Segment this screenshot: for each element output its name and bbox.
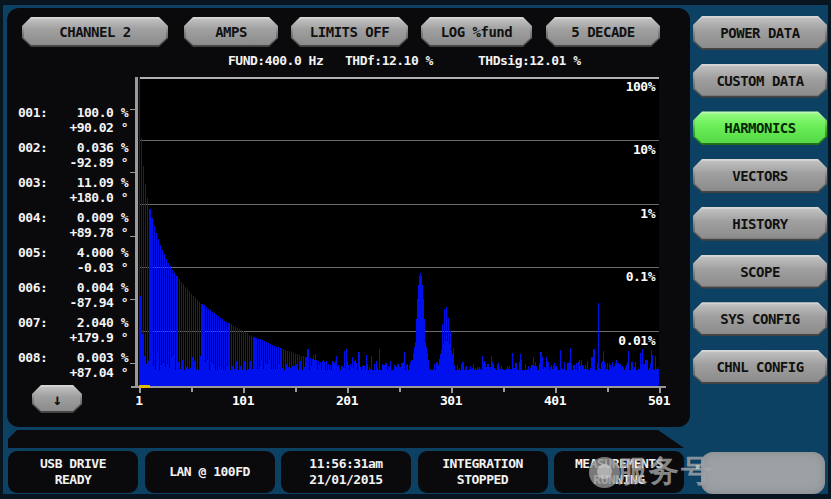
- status-box-11-56-31am: 11:56:31am21/01/2015: [281, 451, 411, 493]
- menu-button-scope[interactable]: SCOPE: [693, 255, 827, 289]
- menu-button-sys-config[interactable]: SYS CONFIG: [693, 302, 827, 336]
- x-axis-label: 201: [325, 393, 369, 408]
- menu-button-history[interactable]: HISTORY: [693, 207, 827, 241]
- toolbar-button-amps[interactable]: AMPS: [184, 17, 278, 47]
- x-minor-tick: [503, 388, 505, 392]
- menu-button-custom-data[interactable]: CUSTOM DATA: [693, 64, 827, 98]
- harmonic-entry-005: 005:4.000 %-0.03 °: [18, 245, 128, 275]
- harmonic-number: 008:: [18, 350, 47, 365]
- status-line: 11:56:31am: [309, 456, 382, 472]
- harmonic-magnitude: 100.0 %: [77, 105, 128, 120]
- menu-button-label: VECTORS: [695, 161, 825, 191]
- harmonic-magnitude: 0.009 %: [77, 210, 128, 225]
- harmonic-entry-008: 008:0.003 %+87.04 °: [18, 350, 128, 380]
- harmonic-entry-001: 001:100.0 %+90.02 °: [18, 105, 128, 135]
- watermark-logo-icon: [589, 457, 620, 488]
- x-minor-tick: [607, 388, 609, 392]
- menu-button-chnl-config[interactable]: CHNL CONFIG: [693, 350, 827, 384]
- status-line: 21/01/2015: [309, 472, 382, 488]
- harmonic-number: 003:: [18, 175, 47, 190]
- x-minor-tick: [191, 388, 193, 392]
- y-minor-tick: [130, 299, 135, 300]
- harmonic-magnitude: 0.003 %: [77, 350, 128, 365]
- y-axis-label: 1%: [139, 206, 655, 221]
- harmonic-number: 002:: [18, 140, 47, 155]
- harmonic-spectrum-chart: 100%10%1%0.1%0.01%: [139, 77, 659, 386]
- arrow-down-icon: ↓: [34, 387, 80, 411]
- y-axis-label: 10%: [139, 142, 655, 157]
- menu-button-power-data[interactable]: POWER DATA: [693, 16, 827, 50]
- harmonic-number: 007:: [18, 315, 47, 330]
- y-minor-tick: [130, 236, 135, 237]
- thdsig-readout: THDsig:12.01 %: [478, 53, 581, 68]
- harmonics-main-panel: CHANNEL 2AMPSLIMITS OFFLOG %fund5 DECADE…: [7, 8, 690, 427]
- toolbar-button-label: CHANNEL 2: [24, 19, 166, 45]
- toolbar-button-5-decade[interactable]: 5 DECADE: [546, 17, 660, 47]
- y-axis-label: 100%: [139, 79, 655, 94]
- status-box-integration: INTEGRATIONSTOPPED: [418, 451, 548, 493]
- watermark-block: [701, 452, 825, 494]
- x-axis-label: 401: [533, 393, 577, 408]
- status-line: INTEGRATION: [442, 456, 523, 472]
- harmonic-magnitude: 2.040 %: [77, 315, 128, 330]
- harmonic-entry-006: 006:0.004 %-87.94 °: [18, 280, 128, 310]
- harmonic-magnitude: 4.000 %: [77, 245, 128, 260]
- menu-button-vectors[interactable]: VECTORS: [693, 159, 827, 193]
- harmonic-number: 005:: [18, 245, 47, 260]
- x-minor-tick: [295, 388, 297, 392]
- status-line: LAN @ 100FD: [169, 464, 250, 480]
- toolbar-button-label: AMPS: [186, 19, 276, 45]
- harmonic-entry-004: 004:0.009 %+89.78 °: [18, 210, 128, 240]
- x-axis-label: 301: [429, 393, 473, 408]
- harmonic-magnitude: 0.004 %: [77, 280, 128, 295]
- status-box-lan-100fd: LAN @ 100FD: [145, 451, 275, 493]
- toolbar-button-label: LIMITS OFF: [293, 19, 406, 45]
- thdf-readout: THDf:12.10 %: [345, 53, 433, 68]
- menu-button-harmonics[interactable]: HARMONICS: [693, 111, 827, 145]
- harmonic-number: 004:: [18, 210, 47, 225]
- toolbar-button-limits-off[interactable]: LIMITS OFF: [291, 17, 408, 47]
- status-line: READY: [55, 472, 92, 488]
- menu-button-label: HARMONICS: [695, 113, 825, 143]
- status-line: STOPPED: [457, 472, 508, 488]
- y-minor-tick: [130, 172, 135, 173]
- y-axis-label: 0.1%: [139, 269, 655, 284]
- harmonic-phase: +89.78 °: [18, 225, 128, 240]
- menu-button-label: SCOPE: [695, 257, 825, 287]
- menu-button-label: HISTORY: [695, 209, 825, 239]
- fundamental-frequency-readout: FUND:400.0 Hz: [228, 53, 323, 68]
- power-analyzer-screen: CHANNEL 2AMPSLIMITS OFFLOG %fund5 DECADE…: [0, 0, 831, 499]
- harmonic-phase: -87.94 °: [18, 295, 128, 310]
- x-minor-tick: [399, 388, 401, 392]
- menu-button-label: SYS CONFIG: [695, 304, 825, 334]
- harmonic-phase: +87.04 °: [18, 365, 128, 380]
- status-box-usb-drive: USB DRIVEREADY: [8, 451, 138, 493]
- y-axis-label: 0.01%: [139, 333, 655, 348]
- x-axis-label: 1: [117, 393, 161, 408]
- harmonic-entry-002: 002:0.036 %-92.89 °: [18, 140, 128, 170]
- toolbar-button-channel-2[interactable]: CHANNEL 2: [22, 17, 168, 47]
- harmonic-phase: +180.0 °: [18, 190, 128, 205]
- harmonic-number: 001:: [18, 105, 47, 120]
- menu-button-label: POWER DATA: [695, 18, 825, 48]
- scroll-down-button[interactable]: ↓: [32, 385, 82, 413]
- harmonic-magnitude: 11.09 %: [77, 175, 128, 190]
- harmonic-phase: -0.03 °: [18, 260, 128, 275]
- harmonic-phase: -92.89 °: [18, 155, 128, 170]
- toolbar-button-label: 5 DECADE: [548, 19, 658, 45]
- toolbar-button-log-fund[interactable]: LOG %fund: [421, 17, 532, 47]
- x-axis-label: 501: [637, 393, 681, 408]
- softkey-bar: [8, 430, 688, 448]
- harmonic-entry-003: 003:11.09 %+180.0 °: [18, 175, 128, 205]
- menu-button-label: CHNL CONFIG: [695, 352, 825, 382]
- harmonic-phase: +179.9 °: [18, 330, 128, 345]
- harmonic-number: 006:: [18, 280, 47, 295]
- status-line: USB DRIVE: [40, 456, 106, 472]
- harmonic-cursor-marker: [139, 385, 150, 388]
- menu-button-label: CUSTOM DATA: [695, 66, 825, 96]
- y-minor-tick: [130, 363, 135, 364]
- x-axis-label: 101: [221, 393, 265, 408]
- harmonic-magnitude: 0.036 %: [77, 140, 128, 155]
- y-axis-line: [135, 77, 138, 388]
- y-minor-tick: [130, 109, 135, 110]
